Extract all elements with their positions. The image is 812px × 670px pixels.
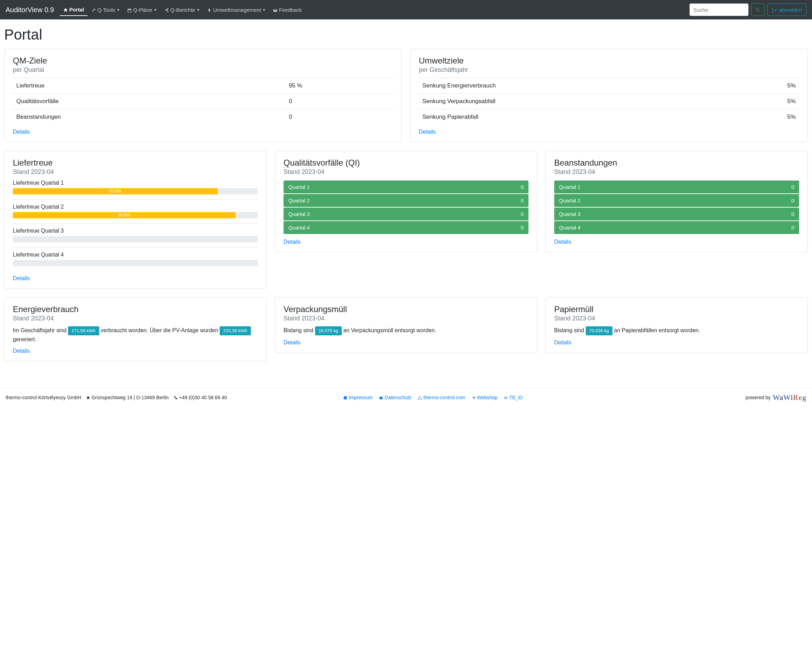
card-umweltziele: Umweltziele per Geschäftsjahr Senkung En… [410,49,808,142]
nav-umwelt-label: Umweltmanagement [213,7,261,13]
footer-teid[interactable]: TE_iD [504,395,523,400]
page-title: Portal [4,26,808,43]
footer-thermo[interactable]: thermo-control.com [418,395,465,400]
cell-value: 0 [728,181,799,193]
q2-label: Liefertreue Quartal 2 [13,204,258,210]
search-input[interactable] [689,3,748,16]
qm-ziele-subtitle: per Quartal [13,66,393,74]
nav-portal[interactable]: Portal [60,3,88,15]
nav-qtools[interactable]: Q-Tools ▼ [88,4,123,15]
cell-label: Beanstandungen [13,109,285,125]
nav-qtools-label: Q-Tools [97,7,115,13]
card-verpackung: Verpackungsmüll Stand 2023-04 Bislang si… [275,297,537,353]
card-qi: Qualitätsvorfälle (QI) Stand 2023-04 Qua… [275,151,537,252]
card-qm-ziele: QM-Ziele per Quartal Liefertreue95 % Qua… [4,49,402,142]
q1-label: Liefertreue Quartal 1 [13,180,258,186]
svg-rect-7 [420,396,420,397]
cell-value: 0 [458,181,528,193]
search-icon [755,7,761,12]
verpackung-subtitle: Stand 2023-04 [284,315,528,322]
brand[interactable]: AuditorView 0.9 [5,6,54,14]
energie-text: Im Geschäftsjahr sind 171,58 kWh verbrau… [13,327,258,343]
details-link[interactable]: Details [554,340,571,346]
q3-label: Liefertreue Quartal 3 [13,228,258,234]
svg-point-0 [756,8,759,11]
cell-value: 0 [728,221,799,234]
svg-rect-8 [418,399,419,399]
chevron-down-icon: ▼ [262,8,266,12]
papier-subtitle: Stand 2023-04 [554,315,799,322]
tree-icon [207,7,212,12]
svg-rect-14 [506,396,506,399]
badge-papier: 70.036 kg [586,327,613,335]
cell-label: Quartal 1 [554,181,728,193]
phone-icon [174,395,178,400]
table-row: Quartal 30 [284,208,528,220]
table-row: Quartal 40 [284,221,528,234]
wawireg-logo: WaWiReg [773,393,807,402]
details-link[interactable]: Details [284,239,300,245]
home-icon [63,6,68,12]
q2-progress: 90.9% [13,212,258,218]
navbar: AuditorView 0.9 Portal Q-Tools ▼ Q-Pläne… [0,0,812,19]
barcode-icon [504,395,508,400]
cell-label: Liefertreue [13,78,285,94]
text-b: verbraucht worden. Über die PV-Anlage wu… [101,327,219,333]
share-icon [164,7,169,12]
badge-pv: 233,39 kWh [219,327,250,335]
cell-label: Qualitätsvorfälle [13,94,285,109]
nav-qberichte[interactable]: Q-Berichte ▼ [161,4,204,15]
wrench-icon [91,7,96,12]
energie-title: Energieverbrauch [13,305,258,314]
svg-rect-12 [504,396,505,399]
table-row: Quartal 20 [554,194,799,207]
briefcase-icon [379,395,383,400]
cell-label: Senkung Verpackungsabfall [419,94,738,109]
footer-datenschutz[interactable]: Datenschutz [379,395,412,400]
cell-label: Quartal 2 [554,194,728,207]
logout-icon [772,7,777,13]
logout-button[interactable]: abmelden [767,3,807,16]
q2-progress-bar: 90.9% [13,212,236,218]
cell-value: 0 [728,208,799,220]
details-link[interactable]: Details [284,340,300,346]
q1-progress: 83.6% [13,188,258,195]
table-row: Beanstandungen0 [13,109,393,125]
nav-qplaene-label: Q-Pläne [133,7,152,13]
nav-feedback[interactable]: Feedback [269,4,306,15]
nav-umwelt[interactable]: Umweltmanagement ▼ [203,4,269,15]
calendar-icon [127,7,132,12]
nav-qplaene[interactable]: Q-Pläne ▼ [123,4,161,15]
cell-value: 5% [738,94,799,109]
verpackung-title: Verpackungsmüll [284,305,528,314]
details-link[interactable]: Details [13,348,30,354]
logout-label: abmelden [779,7,802,13]
footer: thermo-control Körtvélyessy GmbH Grünspe… [0,388,812,407]
details-link[interactable]: Details [419,129,436,135]
footer-impressum[interactable]: iImpressum [343,395,373,400]
q4-label: Liefertreue Quartal 4 [13,252,258,258]
beanst-subtitle: Stand 2023-04 [554,168,799,176]
details-link[interactable]: Details [554,239,571,245]
svg-point-10 [473,399,473,399]
svg-rect-9 [420,399,422,399]
table-row: Liefertreue95 % [13,78,393,94]
table-row: Qualitätsvorfälle0 [13,94,393,109]
cell-label: Quartal 4 [554,221,728,234]
liefertreue-title: Liefertreue [13,158,258,168]
cell-value: 0 [285,109,393,125]
card-liefertreue: Liefertreue Stand 2023-04 Liefertreue Qu… [4,151,267,289]
details-link[interactable]: Details [13,129,30,135]
table-row: Senkung Verpackungsabfall5% [419,94,799,109]
card-beanstandungen: Beanstandungen Stand 2023-04 Quartal 10 … [545,151,808,252]
footer-address: Grünspechtweg 19 | D-13469 Berlin [86,395,169,400]
footer-webshop[interactable]: Webshop [472,395,498,400]
chevron-down-icon: ▼ [154,8,157,12]
cell-label: Senkung Energierverbrauch [419,78,738,94]
search-button[interactable] [751,3,765,16]
nav-portal-label: Portal [69,7,84,12]
details-link[interactable]: Details [13,275,30,281]
svg-rect-13 [505,396,505,399]
cell-label: Quartal 3 [284,208,458,220]
papier-text: Bislang sind 70.036 kg an Papierabfällen… [554,327,799,335]
